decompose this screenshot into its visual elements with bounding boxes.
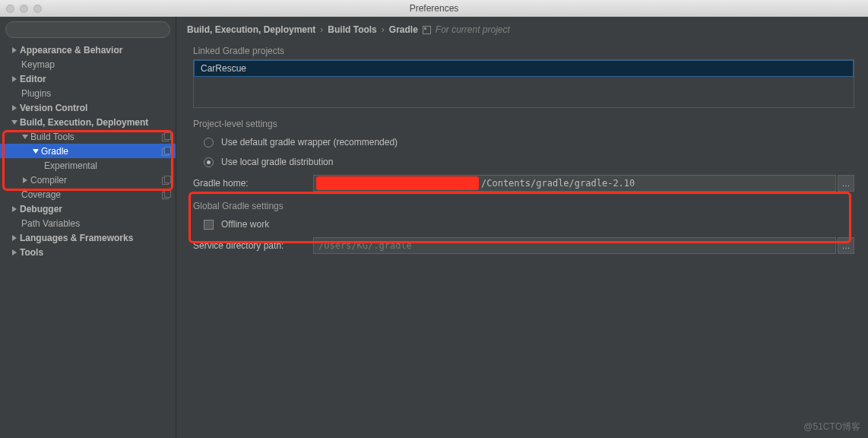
project-scope-icon <box>162 176 171 185</box>
gradle-home-label: Gradle home: <box>193 178 307 189</box>
crumb-b[interactable]: Build Tools <box>328 24 376 35</box>
sidebar-item-keymap[interactable]: Keymap <box>0 57 176 71</box>
linked-label: Linked Gradle projects <box>193 46 854 56</box>
radio-icon[interactable] <box>204 138 214 148</box>
crumb-c: Gradle <box>389 24 418 35</box>
chevron-right-icon: › <box>320 24 323 35</box>
crumb-a[interactable]: Build, Execution, Deployment <box>187 24 315 35</box>
main-panel: Build, Execution, Deployment › Build Too… <box>176 17 868 438</box>
sidebar-item-lang-fw[interactable]: Languages & Frameworks <box>0 230 176 245</box>
tree-label: Debugger <box>20 204 62 214</box>
tree-label: Coverage <box>21 189 61 200</box>
browse-button[interactable]: … <box>838 237 854 254</box>
chevron-right-icon <box>11 47 18 53</box>
offline-label: Offline work <box>221 219 269 230</box>
service-dir-input[interactable] <box>313 237 836 254</box>
scope-note: For current project <box>436 24 510 35</box>
sidebar-item-editor[interactable]: Editor <box>0 71 176 86</box>
tree-label: Path Variables <box>21 218 80 229</box>
list-item[interactable]: CarRescue <box>194 60 854 77</box>
chevron-right-icon <box>11 235 18 241</box>
project-level-label: Project-level settings <box>193 119 854 129</box>
sidebar-item-tools[interactable]: Tools <box>0 245 176 259</box>
chevron-down-icon <box>32 148 40 154</box>
radio-default-wrapper[interactable]: Use default gradle wrapper (recommended) <box>193 132 854 152</box>
sidebar-item-path-vars[interactable]: Path Variables <box>0 216 176 230</box>
sidebar-item-compiler[interactable]: Compiler <box>0 173 176 187</box>
window-title: Preferences <box>410 3 459 14</box>
watermark: @51CTO博客 <box>803 421 860 433</box>
chevron-right-icon <box>11 249 18 256</box>
search-input[interactable] <box>5 21 170 38</box>
tree-label: Languages & Frameworks <box>20 233 133 243</box>
radio-local-dist[interactable]: Use local gradle distribution <box>193 152 854 172</box>
offline-work-row[interactable]: Offline work <box>193 214 854 234</box>
tree-label: Editor <box>20 74 46 84</box>
chevron-right-icon: › <box>382 24 385 35</box>
radio-default-label: Use default gradle wrapper (recommended) <box>221 137 398 148</box>
tree-label: Version Control <box>20 103 87 113</box>
sidebar-item-experimental[interactable]: Experimental <box>0 158 176 173</box>
sidebar-item-plugins[interactable]: Plugins <box>0 86 176 100</box>
tree-label: Gradle <box>41 146 68 157</box>
sidebar-item-bed[interactable]: Build, Execution, Deployment <box>0 115 176 129</box>
checkbox-icon[interactable] <box>204 220 214 230</box>
sidebar-item-vcs[interactable]: Version Control <box>0 100 176 115</box>
chevron-right-icon <box>11 206 18 212</box>
tree-label: Experimental <box>44 160 97 171</box>
sidebar-item-appearance[interactable]: Appearance & Behavior <box>0 43 176 57</box>
browse-button[interactable]: … <box>838 175 854 192</box>
sidebar: Appearance & Behavior Keymap Editor Plug… <box>0 17 176 438</box>
traffic-lights[interactable] <box>6 5 42 13</box>
sidebar-item-coverage[interactable]: Coverage <box>0 187 176 202</box>
tree-label: Compiler <box>30 175 67 186</box>
tree-label: Build Tools <box>30 132 74 142</box>
tree-label: Build, Execution, Deployment <box>20 117 148 128</box>
project-scope-icon <box>162 147 171 156</box>
tree-label: Tools <box>20 247 43 258</box>
sidebar-item-gradle[interactable]: Gradle <box>0 144 176 158</box>
project-scope-icon <box>162 190 171 199</box>
radio-icon[interactable] <box>204 157 214 167</box>
zoom-icon[interactable] <box>33 5 42 13</box>
chevron-right-icon <box>11 76 18 82</box>
sidebar-item-debugger[interactable]: Debugger <box>0 202 176 216</box>
chevron-right-icon <box>11 105 18 111</box>
tree-label: Keymap <box>21 59 55 70</box>
redaction <box>316 176 479 190</box>
chevron-right-icon <box>21 177 29 183</box>
close-icon[interactable] <box>6 5 14 13</box>
project-scope-icon <box>423 26 431 34</box>
tree-label: Plugins <box>21 88 51 99</box>
radio-local-label: Use local gradle distribution <box>221 157 333 167</box>
global-label: Global Gradle settings <box>193 201 854 211</box>
chevron-down-icon <box>11 119 18 125</box>
settings-tree: Appearance & Behavior Keymap Editor Plug… <box>0 43 176 438</box>
breadcrumb: Build, Execution, Deployment › Build Too… <box>187 24 854 35</box>
chevron-down-icon <box>21 134 29 140</box>
minimize-icon[interactable] <box>20 5 28 13</box>
tree-label: Appearance & Behavior <box>20 45 122 56</box>
sidebar-item-build-tools[interactable]: Build Tools <box>0 129 176 144</box>
linked-projects-list[interactable]: CarRescue <box>193 59 854 108</box>
project-scope-icon <box>162 132 171 141</box>
titlebar: Preferences <box>0 0 868 17</box>
service-dir-label: Service directory path: <box>193 240 307 251</box>
